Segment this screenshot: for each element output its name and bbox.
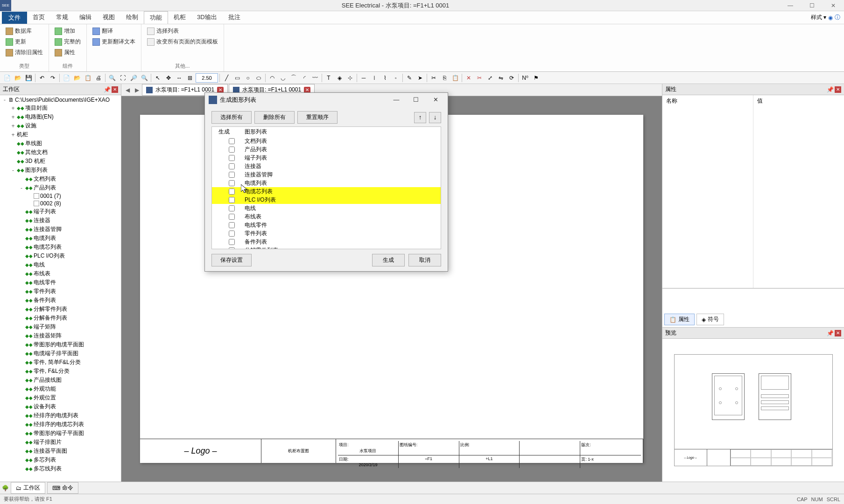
list-item[interactable]: PLC I/O列表 [212,196,441,204]
list-item[interactable]: 连接器管脚 [212,170,441,179]
list-item-checkbox[interactable] [229,138,235,144]
dialog-close-button[interactable]: ✕ [427,94,444,105]
list-item-checkbox[interactable] [229,222,235,228]
column-generate: 生成 [218,128,245,136]
move-down-button[interactable]: ↓ [429,112,441,123]
list-item[interactable]: 文档列表 [212,137,441,145]
list-item[interactable]: 电线 [212,204,441,212]
list-item-checkbox[interactable] [229,163,235,169]
list-item[interactable]: 分解零件列表 [212,246,441,249]
move-up-button[interactable]: ↑ [414,112,426,123]
list-item[interactable]: 端子列表 [212,154,441,162]
list-item[interactable]: 电缆列表 [212,179,441,187]
list-item-checkbox[interactable] [229,205,235,211]
dialog-maximize-button[interactable]: ☐ [408,94,424,105]
list-item-checkbox[interactable] [229,189,235,195]
list-item-checkbox[interactable] [229,247,235,249]
list-item[interactable]: 备件列表 [212,238,441,246]
list-item-checkbox[interactable] [229,147,235,153]
dialog-minimize-button[interactable]: — [388,94,405,105]
dialog-icon [209,96,217,104]
reset-order-button[interactable]: 重置顺序 [297,111,338,124]
cancel-button[interactable]: 取消 [408,254,441,266]
generate-button[interactable]: 生成 [372,254,405,266]
list-item[interactable]: 布线表 [212,212,441,221]
delete-all-button[interactable]: 删除所有 [254,111,295,124]
list-item-checkbox[interactable] [229,172,235,178]
list-item-checkbox[interactable] [229,214,235,220]
save-settings-button[interactable]: 保存设置 [211,254,252,266]
list-item-checkbox[interactable] [229,155,235,161]
dialog-title-text: 生成图形列表 [220,96,385,104]
list-item-checkbox[interactable] [229,239,235,245]
generate-list-dialog: 生成图形列表 — ☐ ✕ 选择所有 删除所有 重置顺序 ↑ ↓ 生成 图形列表 … [204,92,448,272]
list-item[interactable]: 零件列表 [212,229,441,238]
list-type-list: 生成 图形列表 文档列表产品列表端子列表连接器连接器管脚电缆列表电缆芯列表PLC… [211,126,441,249]
list-item-checkbox[interactable] [229,231,235,237]
list-item[interactable]: 电缆芯列表 [212,187,441,196]
list-item[interactable]: 连接器 [212,162,441,170]
select-all-button[interactable]: 选择所有 [211,111,252,124]
list-item[interactable]: 电线零件 [212,221,441,229]
column-list-name: 图形列表 [245,128,267,136]
list-item-checkbox[interactable] [229,180,235,186]
list-item[interactable]: 产品列表 [212,145,441,154]
dialog-overlay: 生成图形列表 — ☐ ✕ 选择所有 删除所有 重置顺序 ↑ ↓ 生成 图形列表 … [0,0,844,504]
list-item-checkbox[interactable] [229,197,235,203]
